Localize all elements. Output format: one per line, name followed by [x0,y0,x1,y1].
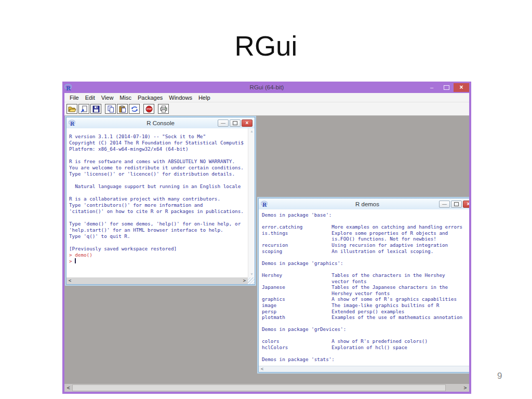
r-console-titlebar[interactable]: R R Console — × [66,117,255,129]
menubar: File Edit View Misc Packages Windows Hel… [64,93,469,102]
mdi-area: R R Console — × R version 3.1.1 (2014-07… [64,116,469,392]
scroll-right-icon[interactable]: > [241,277,248,284]
scroll-right-icon[interactable]: > [461,384,469,392]
demos-title: R demos [259,201,469,207]
load-workspace-icon[interactable] [78,104,89,114]
console-output-area[interactable]: R version 3.1.1 (2014-07-10) -- "Sock it… [66,128,248,277]
toolbar: STOP [64,102,469,116]
scrollbar-thumb[interactable] [72,384,446,391]
r-demos-window: R R demos — × Demos in package 'base': e… [258,198,469,373]
console-window-controls: — × [218,119,252,127]
console-prompt-line: > [69,258,248,264]
scroll-down-icon[interactable]: ▼ [248,271,255,277]
demos-text-area[interactable]: Demos in package 'base': error.catching … [259,209,469,366]
print-icon[interactable] [158,104,169,114]
demos-window-controls: — × [439,201,469,208]
svg-text:STOP: STOP [146,108,152,110]
menu-packages[interactable]: Packages [135,95,166,101]
minimize-button[interactable]: – [424,83,439,92]
save-icon[interactable] [90,104,101,114]
refresh-icon[interactable] [129,104,140,114]
slide-page-number: 9 [497,371,502,381]
window-controls: – × [424,83,469,92]
rgui-window: R RGui (64-bit) – × File Edit View Misc … [62,82,471,394]
console-vertical-scrollbar[interactable]: ▲ ▼ [248,128,255,277]
r-console-window: R R Console — × R version 3.1.1 (2014-07… [66,117,255,285]
window-title: RGui (64-bit) [62,84,471,90]
r-logo-icon: R [261,201,268,208]
close-button[interactable]: × [454,83,469,92]
r-demos-titlebar[interactable]: R R demos — × [259,198,469,210]
console-output-text: R version 3.1.1 (2014-07-10) -- "Sock it… [69,134,248,252]
scroll-up-icon[interactable]: ▲ [248,128,255,135]
scroll-left-icon[interactable]: < [64,384,72,392]
minimize-button[interactable]: — [439,201,450,208]
menu-file[interactable]: File [66,95,82,101]
close-button[interactable]: × [242,119,252,127]
rgui-titlebar[interactable]: R RGui (64-bit) – × [62,82,471,93]
menu-edit[interactable]: Edit [82,95,98,101]
menu-misc[interactable]: Misc [116,95,135,101]
menu-windows[interactable]: Windows [166,95,195,101]
minimize-button[interactable]: — [218,119,229,127]
rgui-window-body: File Edit View Misc Packages Windows Hel… [64,93,469,392]
svg-text:R: R [70,121,75,127]
demos-horizontal-scrollbar[interactable]: < [259,366,469,372]
close-button[interactable]: × [463,201,469,208]
slide-title: RGui [0,30,532,62]
restore-button[interactable] [451,201,462,208]
menu-help[interactable]: Help [195,95,214,101]
svg-text:R: R [66,85,71,91]
paste-icon[interactable] [117,104,128,114]
scroll-left-icon[interactable]: < [259,366,265,372]
r-logo-icon: R [69,119,75,127]
text-cursor [75,258,76,263]
stop-icon[interactable]: STOP [143,104,154,114]
demos-text: Demos in package 'base': error.catching … [262,212,469,363]
r-logo-icon: R [64,84,72,91]
mdi-horizontal-scrollbar[interactable]: < > [64,384,469,392]
svg-text:R: R [262,202,267,208]
maximize-button[interactable] [439,83,454,92]
maximize-button[interactable] [230,119,241,127]
menu-view[interactable]: View [98,95,117,101]
resize-grip[interactable] [248,277,255,284]
open-script-icon[interactable] [66,104,77,114]
console-history-line: > demo() [69,252,248,258]
copy-icon[interactable] [105,104,116,114]
scroll-left-icon[interactable]: < [66,277,73,284]
console-horizontal-scrollbar[interactable]: < > [66,277,248,284]
